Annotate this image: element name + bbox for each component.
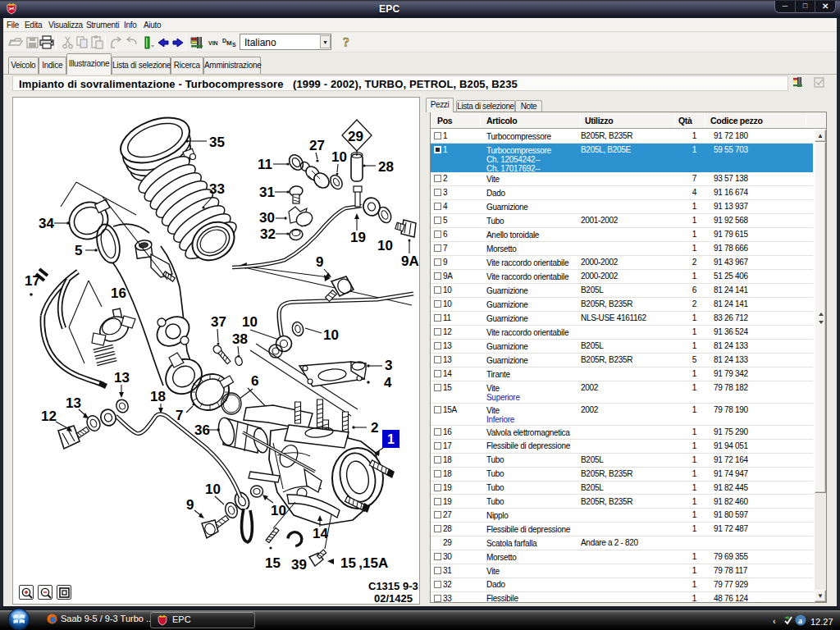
svg-text:10: 10 xyxy=(331,149,347,165)
svg-text:6: 6 xyxy=(251,373,258,389)
svg-text:10: 10 xyxy=(242,314,258,330)
svg-text:a: a xyxy=(798,616,802,625)
svg-text:35: 35 xyxy=(209,135,225,150)
svg-text:12: 12 xyxy=(41,409,57,424)
svg-text:2: 2 xyxy=(371,420,378,436)
svg-text:28: 28 xyxy=(378,159,394,175)
svg-text:34: 34 xyxy=(39,216,54,231)
svg-text:17: 17 xyxy=(25,273,40,289)
svg-text:?: ? xyxy=(343,35,349,49)
svg-text:7: 7 xyxy=(176,408,183,423)
svg-text:9: 9 xyxy=(186,497,194,513)
svg-text:10: 10 xyxy=(271,503,286,518)
svg-text:S: S xyxy=(232,42,236,48)
svg-text:32: 32 xyxy=(260,226,276,242)
svg-text:1: 1 xyxy=(387,432,395,446)
svg-text:15: 15 xyxy=(265,555,281,571)
svg-text:13: 13 xyxy=(66,395,81,411)
svg-text:10: 10 xyxy=(205,482,221,497)
svg-text:18: 18 xyxy=(150,389,166,404)
svg-text:16: 16 xyxy=(111,285,126,301)
svg-text:15 ,15A: 15 ,15A xyxy=(340,555,388,571)
svg-text:02/1425: 02/1425 xyxy=(374,592,413,604)
svg-text:14: 14 xyxy=(313,526,328,541)
svg-text:13: 13 xyxy=(114,370,130,386)
svg-text:3: 3 xyxy=(385,358,392,373)
svg-text:5: 5 xyxy=(75,243,82,258)
svg-text:10: 10 xyxy=(323,327,339,343)
svg-text:9: 9 xyxy=(316,254,323,270)
svg-text:M: M xyxy=(226,39,232,47)
svg-text:19: 19 xyxy=(350,230,366,245)
svg-text:30: 30 xyxy=(259,210,275,226)
svg-text:38: 38 xyxy=(232,331,248,347)
svg-text:10: 10 xyxy=(377,238,393,253)
svg-text:4: 4 xyxy=(384,375,392,390)
svg-text:39: 39 xyxy=(291,557,307,573)
svg-text:33: 33 xyxy=(209,181,225,197)
svg-text:37: 37 xyxy=(211,314,226,330)
svg-text:9A: 9A xyxy=(401,253,419,269)
svg-text:31: 31 xyxy=(259,185,275,200)
svg-text:29: 29 xyxy=(348,129,363,144)
svg-text:C1315 9-3: C1315 9-3 xyxy=(368,580,418,592)
svg-text:27: 27 xyxy=(309,138,325,153)
svg-text:11: 11 xyxy=(258,157,272,172)
svg-text:VIN: VIN xyxy=(208,40,218,46)
